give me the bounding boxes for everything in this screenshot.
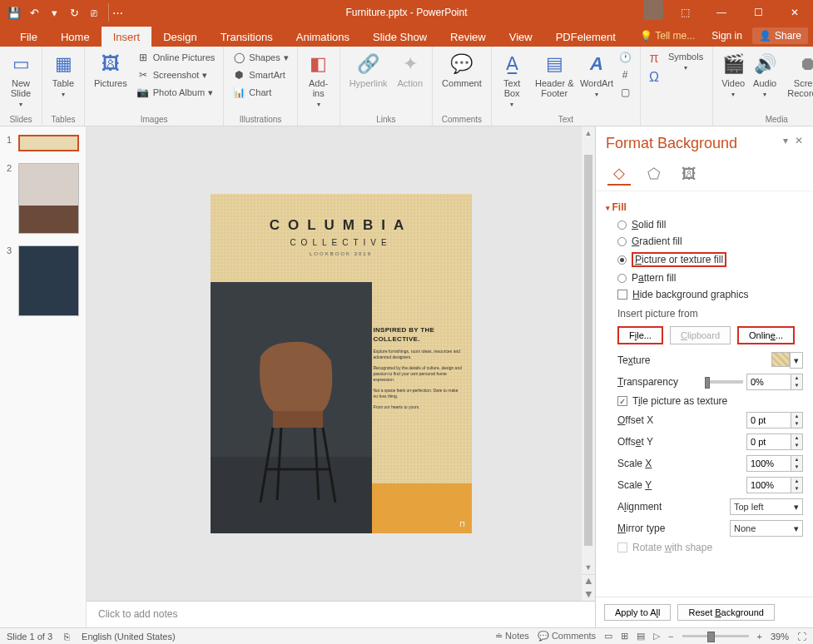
pictures-button[interactable]: 🖼Pictures — [92, 50, 130, 90]
pane-tab-effects[interactable]: ⬠ — [642, 162, 666, 186]
minimize-button[interactable]: — — [703, 0, 740, 25]
thumbnail-1[interactable] — [18, 135, 79, 151]
status-notes[interactable]: ≐ Notes — [495, 631, 529, 642]
check-hide-bg[interactable]: Hide background graphics — [606, 286, 803, 303]
header-footer-button[interactable]: ▤Header & Footer — [531, 50, 579, 100]
tab-file[interactable]: File — [8, 27, 49, 47]
scaley-spin[interactable]: ▲▼ — [746, 477, 803, 493]
video-button[interactable]: 🎬Video▾ — [720, 50, 746, 102]
tab-animations[interactable]: Animations — [285, 27, 361, 47]
photo-album[interactable]: 📷Photo Album ▾ — [135, 85, 217, 100]
audio-button[interactable]: 🔊Audio▾ — [751, 50, 778, 102]
zoom-out[interactable]: − — [668, 632, 673, 642]
slide-number[interactable]: # — [617, 67, 633, 82]
qat-undo[interactable]: ↶ — [25, 3, 43, 22]
offsety-spin[interactable]: ▲▼ — [746, 433, 803, 450]
tab-pdfelement[interactable]: PDFelement — [544, 27, 627, 47]
zoom-value[interactable]: 39% — [771, 632, 789, 642]
tab-review[interactable]: Review — [439, 27, 498, 47]
qat-redo[interactable]: ↻ — [65, 3, 83, 22]
transparency-spin[interactable]: ▲▼ — [746, 374, 803, 390]
maximize-button[interactable]: ☐ — [740, 0, 776, 25]
share-button[interactable]: 👤 Share — [752, 27, 808, 44]
sign-in[interactable]: Sign in — [705, 27, 749, 44]
symbols-button[interactable]: Symbols▾ — [666, 50, 706, 75]
qat-undo-more[interactable]: ▾ — [45, 3, 63, 22]
tab-view[interactable]: View — [498, 27, 544, 47]
new-slide-button[interactable]: ▭New Slide▾ — [7, 50, 35, 111]
texture-swatch[interactable] — [771, 352, 790, 367]
tab-design[interactable]: Design — [151, 27, 208, 47]
slide-canvas[interactable]: COLUMBIA COLLECTIVE LOOKBOOK 2019 — [211, 194, 472, 533]
account-avatar[interactable] — [643, 0, 663, 20]
editor-scrollbar[interactable]: ▲▼⯅⯆ — [582, 126, 595, 601]
symbol[interactable]: Ω — [647, 69, 661, 86]
tab-insert[interactable]: Insert — [102, 27, 152, 47]
radio-solid-fill[interactable]: Solid fill — [606, 216, 803, 233]
smartart[interactable]: ⬢SmartArt — [231, 67, 290, 82]
tab-home[interactable]: Home — [49, 27, 102, 47]
tell-me[interactable]: 💡 Tell me... — [633, 27, 701, 44]
qat-save[interactable]: 💾 — [5, 3, 23, 22]
status-comments[interactable]: 💬 Comments — [538, 631, 596, 642]
view-sorter[interactable]: ⊞ — [621, 631, 628, 642]
new-slide-label: New Slide — [9, 78, 32, 98]
close-button[interactable]: ✕ — [776, 0, 813, 25]
wordart-button[interactable]: AWordArt▾ — [583, 50, 610, 102]
offsety-label: Offset Y — [617, 436, 746, 448]
section-fill[interactable]: Fill — [606, 198, 803, 216]
mirror-select[interactable]: None▾ — [730, 520, 803, 537]
apply-to-all-button[interactable]: Apply to All — [604, 604, 671, 621]
screen-recording-button[interactable]: ⏺Screen Recording — [783, 50, 813, 100]
comment-button[interactable]: 💬Comment — [439, 50, 484, 90]
scalex-spin[interactable]: ▲▼ — [746, 455, 803, 472]
offsety-input[interactable] — [746, 433, 791, 450]
offsetx-input[interactable] — [746, 412, 791, 429]
reset-background-button[interactable]: Reset Background — [677, 604, 775, 621]
texture-dropdown[interactable]: ▾ — [790, 352, 803, 369]
view-reading[interactable]: ▤ — [637, 631, 645, 642]
ribbon-options[interactable]: ⬚ — [667, 0, 703, 25]
scaley-input[interactable] — [746, 477, 791, 493]
thumbnail-2[interactable] — [18, 163, 79, 234]
thumbnail-3[interactable] — [18, 245, 79, 316]
pane-close[interactable]: ✕ — [795, 135, 803, 146]
online-button[interactable]: Online... — [737, 326, 795, 344]
radio-pattern-fill[interactable]: Pattern fill — [606, 270, 803, 286]
status-accessibility-icon[interactable]: ⎘ — [64, 632, 70, 642]
view-normal[interactable]: ▭ — [604, 631, 612, 642]
notes-pane[interactable]: Click to add notes — [87, 601, 595, 627]
zoom-slider[interactable] — [682, 635, 749, 637]
textbox-button[interactable]: A̲Text Box▾ — [498, 50, 526, 111]
zoom-in[interactable]: + — [757, 632, 762, 642]
addins-button[interactable]: ◧Add-ins▾ — [305, 50, 333, 111]
view-slideshow[interactable]: ▷ — [653, 631, 660, 642]
offsetx-spin[interactable]: ▲▼ — [746, 412, 803, 429]
check-tile[interactable]: ✓Tile picture as texture — [606, 393, 803, 409]
shapes[interactable]: ◯Shapes ▾ — [231, 50, 290, 65]
transparency-input[interactable] — [746, 374, 791, 390]
transparency-slider[interactable] — [705, 380, 743, 384]
radio-gradient-fill[interactable]: Gradient fill — [606, 233, 803, 250]
pane-tab-fill[interactable]: ◇ — [607, 162, 631, 186]
qat-customize[interactable]: ⋯ — [108, 3, 126, 22]
equation[interactable]: π — [647, 50, 660, 67]
qat-from-start[interactable]: ⎚ — [85, 3, 103, 22]
tab-transitions[interactable]: Transitions — [209, 27, 285, 47]
slide-p4: From our hearts to yours. — [374, 404, 464, 410]
table-button[interactable]: ▦Table▾ — [49, 50, 77, 102]
tab-slideshow[interactable]: Slide Show — [361, 27, 439, 47]
radio-picture-fill[interactable]: Picture or texture fill — [606, 250, 803, 270]
screenshot[interactable]: ✂Screenshot ▾ — [135, 67, 217, 82]
chart[interactable]: 📊Chart — [231, 85, 290, 100]
pane-tab-picture[interactable]: 🖼 — [677, 162, 701, 186]
online-pictures[interactable]: ⊞Online Pictures — [135, 50, 217, 65]
pane-options[interactable]: ▾ — [783, 135, 788, 146]
alignment-select[interactable]: Top left▾ — [730, 498, 803, 515]
status-language[interactable]: English (United States) — [82, 632, 176, 642]
date-time[interactable]: 🕐 — [617, 50, 633, 65]
fit-to-window[interactable]: ⛶ — [797, 632, 806, 642]
file-button[interactable]: File... — [617, 326, 663, 344]
object[interactable]: ▢ — [617, 85, 633, 100]
scalex-input[interactable] — [746, 455, 791, 472]
